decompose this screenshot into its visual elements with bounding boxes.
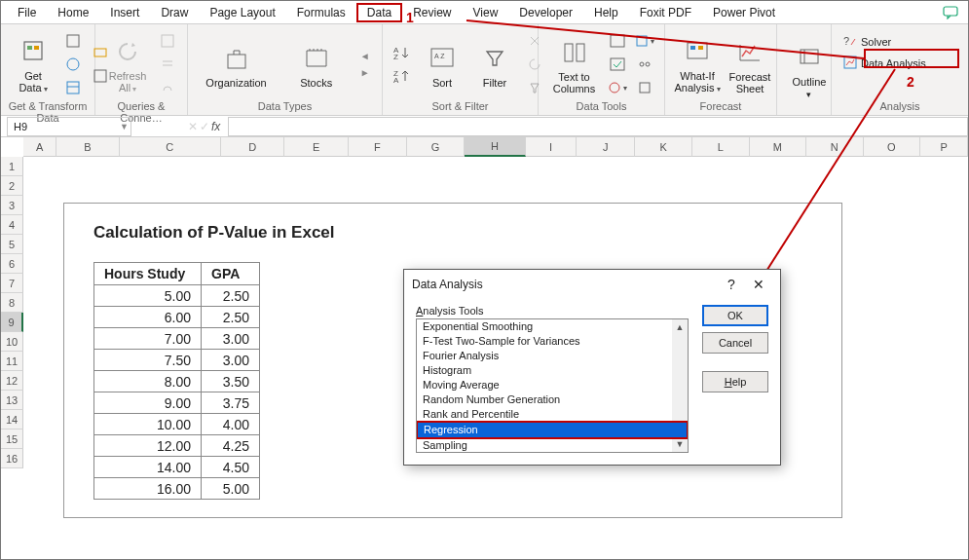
row-header-10[interactable]: 10 — [1, 332, 23, 352]
organization-label: Organization — [205, 77, 266, 89]
col-header-D[interactable]: D — [221, 137, 284, 157]
analysis-tools-listbox[interactable]: Exponential SmoothingF-Test Two-Sample f… — [416, 318, 689, 453]
table-header: GPA — [202, 263, 260, 285]
col-header-N[interactable]: N — [806, 137, 864, 157]
col-header-I[interactable]: I — [526, 137, 577, 157]
datatype-prev-icon[interactable]: ◄ — [360, 51, 370, 61]
consolidate-icon[interactable] — [633, 30, 656, 52]
datatype-next-icon[interactable]: ► — [360, 67, 370, 78]
menu-page-layout[interactable]: Page Layout — [199, 3, 285, 22]
analysis-option[interactable]: Random Number Generation — [417, 392, 688, 407]
get-data-button[interactable]: Get Data — [9, 32, 57, 97]
col-header-L[interactable]: L — [692, 137, 750, 157]
menu-home[interactable]: Home — [47, 3, 99, 22]
menu-file[interactable]: File — [7, 3, 47, 22]
comments-icon[interactable] — [941, 3, 960, 22]
stocks-button[interactable]: Stocks — [292, 39, 341, 91]
flash-fill-icon[interactable] — [606, 30, 629, 52]
refresh-all-button[interactable]: Refresh All — [103, 32, 152, 97]
analysis-option[interactable]: Rank and Percentile — [417, 407, 688, 422]
edit-links-icon[interactable] — [156, 77, 179, 98]
filter-button[interactable]: Filter — [470, 39, 519, 91]
help-button[interactable]: Help — [702, 371, 768, 392]
analysis-option[interactable]: Exponential Smoothing — [417, 319, 688, 334]
row-header-15[interactable]: 15 — [1, 429, 23, 449]
row-header-14[interactable]: 14 — [1, 410, 23, 429]
row-header-6[interactable]: 6 — [1, 254, 23, 274]
analysis-option[interactable]: Moving Average — [417, 378, 688, 392]
menu-view[interactable]: View — [463, 3, 509, 22]
table-cell: 8.00 — [94, 371, 202, 392]
row-header-7[interactable]: 7 — [1, 274, 23, 293]
row-header-9[interactable]: 9 — [1, 313, 23, 332]
menu-developer[interactable]: Developer — [508, 3, 583, 22]
name-box[interactable]: H9 ▼ — [7, 117, 131, 136]
col-header-H[interactable]: H — [465, 137, 526, 157]
from-web-icon[interactable] — [61, 54, 85, 75]
sort-button[interactable]: A Z Sort — [418, 39, 466, 91]
remove-duplicates-icon[interactable] — [606, 54, 629, 75]
outline-button[interactable]: Outline▾ — [785, 38, 834, 102]
manage-data-model-icon[interactable] — [633, 77, 656, 98]
ok-button[interactable]: OK — [702, 305, 768, 326]
forecast-sheet-button[interactable]: Forecast Sheet — [726, 33, 774, 96]
col-header-J[interactable]: J — [577, 137, 636, 157]
advanced-icon[interactable] — [523, 77, 546, 98]
row-header-4[interactable]: 4 — [1, 215, 23, 235]
relationships-icon[interactable] — [633, 54, 656, 75]
col-header-M[interactable]: M — [750, 137, 807, 157]
dialog-help-icon[interactable]: ? — [718, 271, 745, 298]
row-header-16[interactable]: 16 — [1, 449, 23, 468]
row-header-13[interactable]: 13 — [1, 391, 23, 410]
row-header-8[interactable]: 8 — [1, 293, 23, 313]
menu-foxit-pdf[interactable]: Foxit PDF — [629, 3, 702, 22]
col-header-F[interactable]: F — [349, 137, 408, 157]
svg-rect-25 — [637, 36, 647, 46]
from-table-icon[interactable] — [61, 77, 85, 98]
analysis-option[interactable]: Fourier Analysis — [417, 349, 688, 363]
row-header-2[interactable]: 2 — [1, 176, 23, 196]
col-header-B[interactable]: B — [56, 137, 119, 157]
col-header-P[interactable]: P — [920, 137, 968, 157]
col-header-A[interactable]: A — [23, 137, 56, 157]
menu-formulas[interactable]: Formulas — [286, 3, 356, 22]
cancel-button[interactable]: Cancel — [702, 332, 768, 354]
analysis-option[interactable]: Sampling — [417, 438, 688, 453]
col-header-C[interactable]: C — [120, 137, 221, 157]
fx-icon[interactable]: fx — [211, 120, 220, 133]
text-to-columns-button[interactable]: Text to Columns — [546, 33, 602, 96]
menu-power-pivot[interactable]: Power Pivot — [702, 3, 786, 22]
text-to-columns-icon — [559, 37, 590, 68]
scroll-up-icon[interactable]: ▲ — [672, 319, 688, 335]
svg-rect-2 — [27, 46, 32, 50]
row-header-3[interactable]: 3 — [1, 196, 23, 215]
svg-rect-1 — [24, 42, 42, 59]
sort-za-icon[interactable]: ZA — [391, 65, 414, 87]
analysis-option[interactable]: F-Test Two-Sample for Variances — [417, 334, 688, 349]
data-validation-icon[interactable] — [606, 77, 629, 98]
analysis-option[interactable]: Regression — [416, 421, 689, 439]
row-header-11[interactable]: 11 — [1, 352, 23, 371]
row-header-12[interactable]: 12 — [1, 371, 23, 391]
row-header-5[interactable]: 5 — [1, 235, 23, 254]
row-header-1[interactable]: 1 — [1, 157, 23, 176]
formula-input[interactable] — [228, 117, 968, 136]
menu-draw[interactable]: Draw — [150, 3, 199, 22]
organization-button[interactable]: Organization — [200, 39, 272, 91]
col-header-O[interactable]: O — [864, 137, 921, 157]
what-if-button[interactable]: What-If Analysis — [673, 32, 722, 97]
worksheet[interactable]: ABCDEFGHIJKLMNOP12345678910111213141516 — [1, 137, 968, 157]
menu-data[interactable]: Data — [356, 3, 402, 22]
analysis-option[interactable]: Histogram — [417, 363, 688, 378]
menu-insert[interactable]: Insert — [99, 3, 150, 22]
name-box-dropdown-icon[interactable]: ▼ — [120, 122, 129, 131]
col-header-G[interactable]: G — [407, 137, 465, 157]
sort-az-icon[interactable]: AZ — [391, 42, 414, 63]
queries-icon[interactable] — [156, 30, 179, 52]
col-header-E[interactable]: E — [284, 137, 348, 157]
col-header-K[interactable]: K — [635, 137, 692, 157]
menu-help[interactable]: Help — [583, 3, 629, 22]
from-text-csv-icon[interactable] — [61, 30, 85, 52]
properties-icon[interactable] — [156, 54, 179, 75]
dialog-close-icon[interactable]: ✕ — [745, 271, 772, 298]
